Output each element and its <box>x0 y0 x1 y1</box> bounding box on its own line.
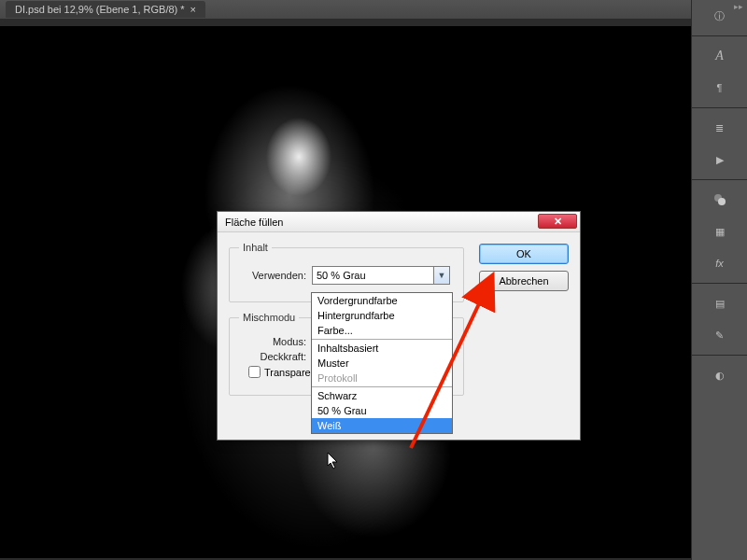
option-50gray[interactable]: 50 % Grau <box>312 403 452 418</box>
expand-panels-icon[interactable]: ▸▸ <box>734 2 743 11</box>
info-icon[interactable]: ⓘ <box>712 7 728 24</box>
transparency-checkbox[interactable] <box>248 366 261 378</box>
play-icon[interactable]: ▶ <box>712 151 728 168</box>
brush-icon[interactable]: ✎ <box>712 327 728 343</box>
option-pattern[interactable]: Muster <box>312 356 452 371</box>
document-tab-title: DI.psd bei 12,9% (Ebene 1, RGB/8) * <box>15 4 185 15</box>
option-black[interactable]: Schwarz <box>312 388 452 403</box>
use-select[interactable]: 50 % Grau ▼ <box>312 266 450 285</box>
sliders-icon[interactable]: ≣ <box>712 119 728 136</box>
option-contentaware[interactable]: Inhaltsbasiert <box>312 341 452 356</box>
dropdown-arrow-icon[interactable]: ▼ <box>433 267 449 284</box>
paragraph-icon[interactable]: ¶ <box>712 79 728 96</box>
option-white[interactable]: Weiß <box>312 418 452 433</box>
dialog-close-button[interactable]: ✕ <box>538 214 577 229</box>
option-color[interactable]: Farbe... <box>312 323 452 338</box>
transparency-label: Transparen <box>264 367 317 378</box>
layers-icon[interactable]: ▤ <box>712 295 728 312</box>
opacity-label: Deckkraft: <box>239 351 312 362</box>
swatch-icon[interactable] <box>712 191 728 208</box>
ok-button[interactable]: OK <box>479 244 569 264</box>
document-tab[interactable]: DI.psd bei 12,9% (Ebene 1, RGB/8) * × <box>6 1 205 18</box>
svg-point-1 <box>718 198 726 205</box>
cancel-button[interactable]: Abbrechen <box>479 271 569 291</box>
tab-close-icon[interactable]: × <box>190 4 196 15</box>
option-background[interactable]: Hintergrundfarbe <box>312 308 452 323</box>
dialog-titlebar[interactable]: Fläche füllen ✕ <box>218 212 580 232</box>
right-panel-strip: ▸▸ ⓘ A ¶ ≣ ▶ ▦ fx ▤ ✎ ◐ <box>691 0 747 560</box>
option-history[interactable]: Protokoll <box>312 371 452 385</box>
option-foreground[interactable]: Vordergrundfarbe <box>312 293 452 308</box>
character-icon[interactable]: A <box>712 48 728 64</box>
mode-label: Modus: <box>239 336 312 347</box>
fx-icon[interactable]: fx <box>712 255 728 272</box>
blend-group-legend: Mischmodu <box>239 312 299 323</box>
content-group-legend: Inhalt <box>239 242 272 253</box>
fill-dialog: Fläche füllen ✕ Inhalt Verwenden: 50 % G… <box>217 211 581 441</box>
adjust-icon[interactable]: ◐ <box>712 367 728 384</box>
use-dropdown-list: Vordergrundfarbe Hintergrundfarbe Farbe.… <box>311 292 453 434</box>
document-tab-bar: DI.psd bei 12,9% (Ebene 1, RGB/8) * × <box>0 0 747 19</box>
use-select-value: 50 % Grau <box>317 270 366 281</box>
dialog-title: Fläche füllen <box>225 217 283 228</box>
grid-icon[interactable]: ▦ <box>712 223 728 240</box>
use-label: Verwenden: <box>239 270 312 281</box>
